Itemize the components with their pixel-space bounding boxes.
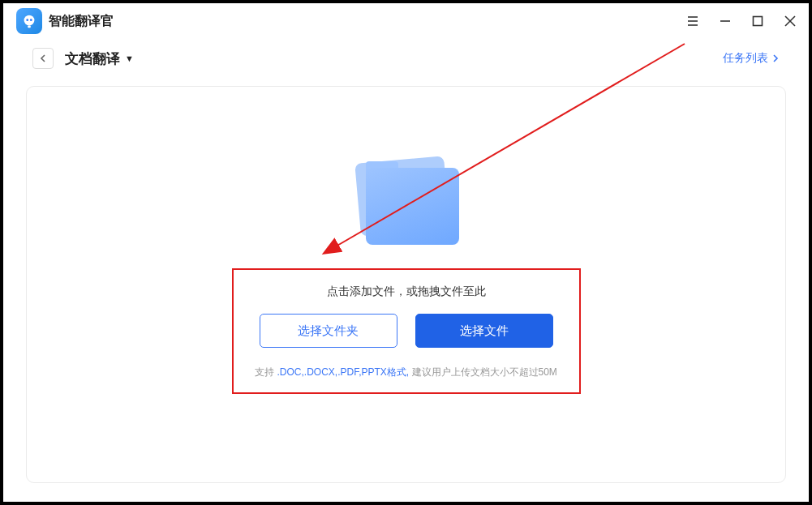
svg-point-1 [26, 19, 28, 21]
support-formats: .DOC,.DOCX,.PDF,PPTX格式, [277, 366, 409, 378]
task-list-label: 任务列表 [723, 51, 768, 66]
choose-folder-button[interactable]: 选择文件夹 [260, 314, 397, 348]
minimize-icon[interactable] [716, 12, 734, 30]
app-title: 智能翻译官 [49, 13, 114, 30]
titlebar-left: 智能翻译官 [16, 8, 114, 34]
support-suffix: 建议用户上传文档大小不超过50M [409, 366, 557, 378]
svg-point-2 [30, 19, 32, 21]
svg-rect-8 [754, 17, 763, 26]
button-row: 选择文件夹 选择文件 [247, 314, 566, 348]
page-title-dropdown[interactable]: 文档翻译 ▼ [65, 49, 134, 68]
folder-illustration [333, 152, 479, 273]
svg-point-0 [24, 15, 35, 26]
support-prefix: 支持 [255, 366, 277, 378]
maximize-icon[interactable] [749, 12, 767, 30]
support-text: 支持 .DOC,.DOCX,.PDF,PPTX格式, 建议用户上传文档大小不超过… [247, 366, 566, 379]
back-button[interactable] [32, 48, 54, 69]
main-card: 点击添加文件，或拖拽文件至此 选择文件夹 选择文件 支持 .DOC,.DOCX,… [26, 86, 786, 483]
app-window: 智能翻译官 文档翻译 ▼ [3, 3, 809, 502]
subheader-left: 文档翻译 ▼ [32, 48, 134, 69]
task-list-link[interactable]: 任务列表 [723, 51, 780, 66]
close-icon[interactable] [781, 12, 799, 30]
menu-icon[interactable] [684, 12, 702, 30]
chevron-down-icon: ▼ [125, 53, 134, 63]
page-title: 文档翻译 [65, 49, 120, 68]
svg-rect-3 [28, 26, 31, 28]
choose-file-button[interactable]: 选择文件 [415, 314, 553, 348]
titlebar: 智能翻译官 [3, 3, 809, 39]
drop-zone[interactable]: 点击添加文件，或拖拽文件至此 选择文件夹 选择文件 支持 .DOC,.DOCX,… [232, 268, 581, 394]
subheader: 文档翻译 ▼ 任务列表 [3, 39, 809, 78]
window-controls [684, 12, 799, 30]
app-icon [16, 8, 42, 34]
drop-instruction: 点击添加文件，或拖拽文件至此 [247, 285, 566, 299]
